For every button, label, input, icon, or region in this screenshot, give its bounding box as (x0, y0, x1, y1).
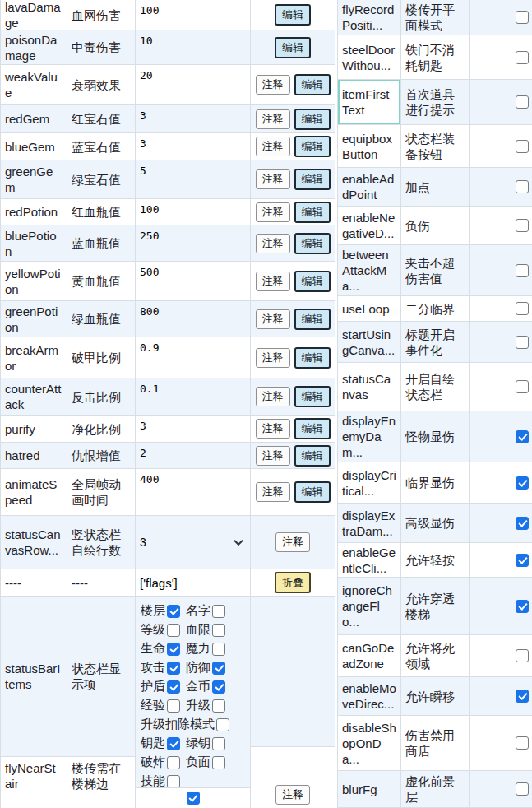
key-cell[interactable]: redGem (1, 105, 67, 132)
status-item-checkbox[interactable] (212, 624, 225, 637)
flag-key-cell[interactable]: ignoreChangeFlo... (338, 578, 401, 634)
flag-checkbox[interactable] (516, 380, 529, 393)
status-item-checkbox[interactable] (167, 662, 180, 675)
key-cell[interactable]: ---- (1, 569, 67, 596)
key-cell[interactable]: statusBarItems (1, 597, 67, 757)
edit-button[interactable]: 编辑 (294, 347, 331, 369)
flag-key-cell[interactable]: displayEnemyDam... (338, 411, 401, 462)
flag-key-cell[interactable]: equipboxButton (338, 125, 401, 167)
flag-checkbox[interactable] (516, 95, 529, 109)
status-item-checkbox[interactable] (212, 699, 225, 713)
flag-checkbox[interactable] (516, 140, 529, 153)
status-item-checkbox[interactable] (167, 680, 180, 694)
flag-checkbox[interactable] (516, 219, 529, 232)
edit-button[interactable]: 编辑 (294, 309, 331, 330)
flag-key-cell[interactable]: enableMoveDirec... (338, 677, 401, 715)
key-cell[interactable]: hatred (1, 443, 67, 468)
note-button[interactable]: 注释 (256, 109, 290, 129)
note-button[interactable]: 注释 (256, 387, 290, 406)
status-item-checkbox[interactable] (212, 605, 225, 618)
key-cell[interactable]: poisonDamage (1, 30, 67, 64)
flag-checkbox[interactable] (516, 302, 529, 315)
flag-checkbox[interactable] (516, 11, 529, 24)
edit-button[interactable]: 编辑 (294, 386, 331, 407)
flag-checkbox[interactable] (516, 649, 529, 662)
edit-button[interactable]: 编辑 (294, 418, 331, 439)
note-button[interactable]: 注释 (256, 272, 290, 291)
key-cell[interactable]: bluePotion (1, 225, 67, 261)
key-cell[interactable]: statusCanvasRow... (1, 516, 67, 569)
status-canvas-rows-select[interactable]: 3 (140, 536, 246, 549)
flag-key-cell[interactable]: itemFirstText (338, 80, 401, 124)
flag-key-cell[interactable]: steelDoorWithou... (338, 35, 401, 79)
flag-key-cell[interactable]: statusCanvas (338, 363, 401, 411)
flag-checkbox[interactable] (516, 336, 529, 349)
status-item-checkbox[interactable] (212, 756, 225, 769)
flag-checkbox[interactable] (516, 180, 529, 193)
edit-button[interactable]: 编辑 (294, 109, 331, 130)
flag-key-cell[interactable]: displayExtraDam... (338, 504, 401, 542)
flag-key-cell[interactable]: canGoDeadZone (338, 635, 401, 676)
status-item-checkbox[interactable] (167, 699, 180, 713)
status-item-checkbox[interactable] (212, 737, 225, 750)
flag-checkbox[interactable] (516, 782, 529, 796)
note-button[interactable]: 注释 (256, 482, 290, 502)
key-cell[interactable]: counterAttack (1, 378, 67, 415)
edit-button[interactable]: 编辑 (294, 445, 331, 467)
note-button[interactable]: 注释 (256, 137, 290, 156)
key-cell[interactable]: lavaDamage (1, 0, 67, 30)
flag-checkbox[interactable] (516, 600, 529, 613)
edit-button[interactable]: 编辑 (294, 481, 331, 503)
status-item-checkbox[interactable] (167, 756, 180, 769)
flag-key-cell[interactable]: useLoop (338, 296, 401, 321)
note-button[interactable]: 注释 (256, 169, 290, 189)
flag-key-cell[interactable]: startUsingCanva... (338, 322, 401, 362)
flag-checkbox[interactable] (516, 51, 529, 64)
key-cell[interactable]: blueGem (1, 133, 67, 160)
status-item-checkbox[interactable] (167, 737, 180, 750)
edit-button[interactable]: 编辑 (275, 37, 311, 58)
flag-checkbox[interactable] (516, 736, 529, 750)
key-cell[interactable]: animateSpeed (1, 469, 67, 515)
flag-key-cell[interactable]: displayCritical... (338, 462, 401, 503)
edit-button[interactable]: 编辑 (294, 74, 331, 95)
note-button[interactable]: 注释 (275, 785, 310, 805)
status-item-checkbox[interactable] (216, 718, 229, 731)
edit-button[interactable]: 编辑 (294, 169, 331, 190)
flag-key-cell[interactable]: enableAddPoint (338, 168, 401, 206)
note-button[interactable]: 注释 (256, 234, 290, 253)
key-cell[interactable]: greenPotion (1, 301, 67, 337)
flag-key-cell[interactable]: flyRecordPositi... (338, 0, 401, 35)
flag-checkbox[interactable] (516, 690, 529, 703)
status-item-checkbox[interactable] (167, 605, 180, 618)
flag-key-cell[interactable]: disableShopOnDa... (338, 716, 401, 770)
status-item-checkbox[interactable] (167, 624, 180, 637)
edit-button[interactable]: 编辑 (294, 202, 331, 223)
fly-near-stair-checkbox[interactable] (187, 792, 200, 805)
status-item-checkbox[interactable] (212, 680, 225, 694)
key-cell[interactable]: greenGem (1, 160, 67, 198)
key-cell[interactable]: flyNearStair (1, 757, 67, 808)
flag-checkbox[interactable] (516, 476, 529, 490)
flag-key-cell[interactable]: enableNegativeD... (338, 207, 401, 244)
flag-checkbox[interactable] (516, 264, 529, 277)
flag-key-cell[interactable]: blurFg (338, 771, 401, 807)
flag-key-cell[interactable]: enableGentleCli... (338, 543, 401, 577)
flag-key-cell[interactable]: betweenAttackMa... (338, 245, 401, 295)
collapse-button[interactable]: 折叠 (275, 572, 311, 593)
status-item-checkbox[interactable] (167, 643, 180, 656)
status-item-checkbox[interactable] (167, 775, 180, 788)
note-button[interactable]: 注释 (256, 348, 290, 368)
flag-checkbox[interactable] (516, 430, 529, 443)
key-cell[interactable]: purify (1, 416, 67, 442)
edit-button[interactable]: 编辑 (275, 4, 311, 26)
flag-checkbox[interactable] (516, 554, 529, 567)
status-item-checkbox[interactable] (212, 662, 225, 675)
status-item-checkbox[interactable] (212, 643, 225, 656)
note-button[interactable]: 注释 (275, 532, 310, 552)
note-button[interactable]: 注释 (256, 309, 290, 329)
edit-button[interactable]: 编辑 (294, 233, 331, 254)
note-button[interactable]: 注释 (256, 202, 290, 222)
key-cell[interactable]: weakValue (1, 65, 67, 104)
note-button[interactable]: 注释 (256, 419, 290, 439)
